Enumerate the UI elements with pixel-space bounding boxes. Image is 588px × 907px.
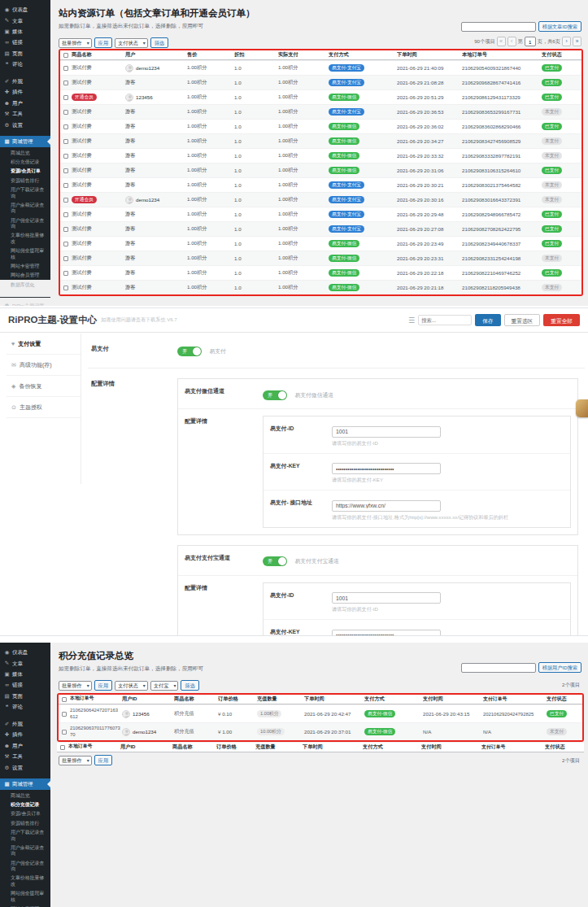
settings-nav-item[interactable]: ◈ 备份恢复	[7, 376, 81, 397]
sidebar-footer-item[interactable]: ⚙ RiPro主题设置	[0, 300, 50, 306]
sidebar-menu-item[interactable]: ∞ 链接	[0, 37, 50, 47]
sidebar-submenu-item[interactable]: 资源/会员订单	[0, 809, 50, 818]
product-cell[interactable]: 测试付费	[72, 255, 125, 262]
sidebar-submenu-item[interactable]: 网站佣金提现审核	[0, 246, 50, 262]
epay-id-input[interactable]	[332, 426, 441, 438]
sidebar-menu-item[interactable]: ✎ 文章	[0, 15, 50, 25]
sidebar-menu-item[interactable]: ✚ 插件	[0, 729, 50, 739]
bulk-actions-select-bottom[interactable]: 批量操作	[59, 756, 92, 765]
row-checkbox[interactable]	[63, 242, 68, 246]
sidebar-menu-item[interactable]: ▦ 商城管理	[0, 136, 50, 146]
row-checkbox[interactable]	[62, 730, 67, 735]
first-page-button[interactable]: «	[497, 37, 506, 46]
sidebar-submenu-item[interactable]: 网站佣金提现审核	[0, 889, 50, 905]
row-checkbox[interactable]	[63, 198, 68, 203]
sidebar-submenu-item[interactable]: 资源销售排行	[0, 819, 50, 828]
row-checkbox[interactable]	[63, 168, 68, 173]
sidebar-menu-item[interactable]: ◉ 仪表盘	[0, 4, 50, 15]
sidebar-menu-item[interactable]: ⚒ 工具	[0, 108, 50, 119]
apply-button-bottom[interactable]: 应用	[94, 755, 112, 765]
select-all-checkbox[interactable]	[62, 697, 67, 702]
pay-status-select[interactable]: 支付状态	[115, 681, 148, 691]
product-cell[interactable]: 测试付费	[72, 123, 125, 130]
sidebar-menu-item[interactable]: ☻ 用户	[0, 740, 50, 751]
sidebar-menu-item[interactable]: ▦ 商城管理	[0, 778, 50, 789]
row-checkbox[interactable]	[63, 183, 68, 188]
product-cell[interactable]: 测试付费	[72, 211, 125, 218]
select-all-checkbox[interactable]	[60, 745, 65, 750]
row-checkbox[interactable]	[63, 286, 68, 290]
product-cell[interactable]: 测试付费	[72, 225, 125, 233]
sidebar-menu-item[interactable]: ❝ 评论	[0, 701, 50, 712]
settings-nav-item[interactable]: ♥ 支付设置	[7, 334, 81, 355]
settings-nav-item[interactable]: ✉ 高级功能(荐)	[7, 355, 81, 376]
sidebar-menu-item[interactable]: ▣ 媒体	[0, 26, 50, 37]
product-cell[interactable]: 测试付费	[72, 64, 125, 72]
apply-button[interactable]: 应用	[94, 680, 112, 691]
save-button[interactable]: 保存	[475, 314, 500, 326]
product-cell[interactable]: 测试付费	[72, 167, 125, 174]
current-page-input[interactable]	[525, 37, 536, 46]
sidebar-menu-item[interactable]: ✎ 文章	[0, 657, 50, 668]
sidebar-menu-item[interactable]: ∞ 链接	[0, 679, 50, 690]
select-all-checkbox[interactable]	[63, 53, 68, 58]
sidebar-submenu-item[interactable]: 用户佣金记录查询	[0, 216, 50, 232]
product-cell[interactable]: 开通会员	[72, 196, 125, 204]
search-input[interactable]	[461, 663, 536, 673]
sidebar-submenu-item[interactable]: 积分充值记录	[0, 158, 50, 167]
sidebar-submenu-item[interactable]: 网站卡密管理	[0, 262, 50, 271]
sidebar-menu-item[interactable]: ✐ 外观	[0, 76, 50, 86]
sidebar-submenu-item[interactable]: 数据库优化	[0, 281, 50, 290]
product-cell[interactable]: 测试付费	[72, 137, 125, 145]
sidebar-menu-item[interactable]: ◉ 仪表盘	[0, 647, 50, 657]
row-checkbox[interactable]	[63, 124, 68, 129]
reset-section-button[interactable]: 重置选区	[504, 314, 541, 326]
channel-toggle[interactable]: 开	[263, 556, 287, 566]
row-checkbox[interactable]	[63, 154, 68, 159]
epay-key-input[interactable]	[332, 630, 441, 637]
sidebar-menu-item[interactable]: ▤ 页面	[0, 48, 50, 59]
product-cell[interactable]: 测试付费	[72, 181, 125, 189]
bulk-actions-select[interactable]: 批量操作	[59, 38, 92, 48]
sidebar-menu-item[interactable]: ✚ 插件	[0, 86, 50, 97]
row-checkbox[interactable]	[63, 212, 68, 217]
settings-search-input[interactable]	[418, 315, 472, 325]
sidebar-menu-item[interactable]: ⚒ 工具	[0, 751, 50, 761]
epay-api-url-input[interactable]	[332, 500, 441, 512]
search-input[interactable]	[461, 22, 536, 32]
row-checkbox[interactable]	[63, 139, 68, 144]
filter-button[interactable]: 筛选	[150, 37, 168, 48]
row-checkbox[interactable]	[63, 271, 68, 276]
pay-status-select[interactable]: 支付状态	[115, 38, 148, 48]
filter-button[interactable]: 筛选	[181, 680, 198, 691]
next-page-button[interactable]: ›	[562, 37, 571, 46]
row-checkbox[interactable]	[63, 256, 68, 261]
sidebar-submenu-item[interactable]: 商城总览	[0, 149, 50, 158]
sidebar-submenu-item[interactable]: 用户下载记录查询	[0, 185, 50, 201]
sidebar-menu-item[interactable]: ☻ 用户	[0, 98, 50, 108]
settings-nav-item[interactable]: ⊙ 主题授权	[7, 397, 81, 418]
bulk-actions-select[interactable]: 批量操作	[59, 681, 92, 691]
search-by-user-id-button[interactable]: 根据用户ID搜索	[538, 662, 581, 673]
sidebar-menu-item[interactable]: ⚙ 设置	[0, 120, 50, 130]
sidebar-submenu-item[interactable]: 用户下载记录查询	[0, 828, 50, 844]
sidebar-submenu-item[interactable]: 网站会员管理	[0, 271, 50, 280]
product-cell[interactable]: 测试付费	[72, 152, 125, 159]
reset-all-button[interactable]: 重置全部	[543, 314, 580, 326]
search-by-post-id-button[interactable]: 根据文章ID搜索	[538, 21, 581, 32]
sidebar-menu-item[interactable]: ❝ 评论	[0, 59, 50, 69]
row-checkbox[interactable]	[63, 81, 68, 85]
pay-type-select[interactable]: 支付宝	[150, 681, 179, 691]
sidebar-submenu-item[interactable]: 积分充值记录	[0, 800, 50, 809]
product-cell[interactable]: 测试付费	[72, 269, 125, 277]
product-cell[interactable]: 测试付费	[72, 240, 125, 247]
sidebar-menu-item[interactable]: ▣ 媒体	[0, 669, 50, 679]
epay-toggle[interactable]: 开	[177, 347, 202, 356]
epay-id-input[interactable]	[332, 592, 441, 604]
row-checkbox[interactable]	[63, 95, 68, 100]
sidebar-submenu-item[interactable]: 资源/会员订单	[0, 167, 50, 176]
sidebar-submenu-item[interactable]: 商城总览	[0, 791, 50, 800]
sidebar-submenu-item[interactable]: 资源销售排行	[0, 177, 50, 185]
channel-toggle[interactable]: 开	[263, 390, 287, 400]
apply-button[interactable]: 应用	[94, 37, 112, 48]
